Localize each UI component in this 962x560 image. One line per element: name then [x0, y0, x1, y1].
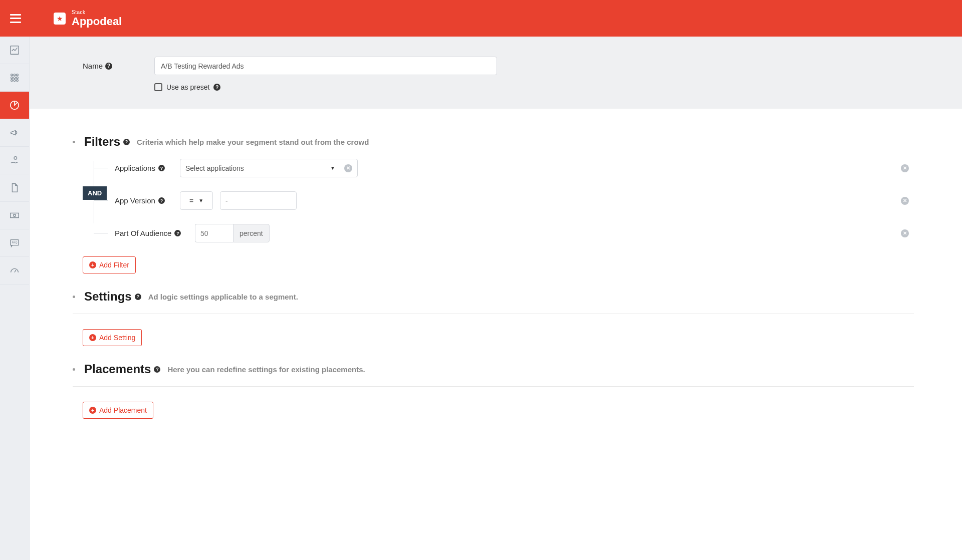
audience-unit-label: percent	[233, 224, 270, 242]
operator-select[interactable]: = ▼	[180, 191, 213, 210]
remove-filter-button[interactable]: ✕	[901, 197, 909, 205]
help-icon[interactable]: ?	[213, 84, 220, 91]
settings-desc: Ad logic settings applicable to a segmen…	[148, 293, 298, 301]
sidebar-item-faq[interactable]: FAQ	[0, 229, 29, 257]
sidebar-item-money[interactable]	[0, 202, 29, 229]
plus-icon: +	[89, 407, 96, 414]
settings-title: Settings ?	[84, 290, 141, 304]
help-icon[interactable]: ?	[158, 197, 165, 204]
filter-label: App Version ?	[115, 196, 180, 205]
chevron-down-icon: ▼	[198, 198, 203, 203]
plus-icon: +	[89, 261, 96, 268]
divider	[73, 386, 914, 387]
svg-line-16	[15, 270, 16, 272]
add-setting-button[interactable]: + Add Setting	[83, 329, 142, 346]
svg-point-9	[17, 80, 19, 82]
svg-point-3	[17, 74, 19, 76]
placements-section: Placements ? Here you can redefine setti…	[73, 362, 914, 419]
document-icon	[9, 182, 20, 193]
svg-rect-12	[11, 213, 19, 217]
sidebar-item-segments[interactable]	[0, 92, 29, 119]
sidebar-item-apps[interactable]	[0, 64, 29, 92]
svg-point-13	[14, 214, 16, 217]
use-as-preset-checkbox[interactable]	[154, 83, 162, 91]
name-section: Name ? Use as preset ?	[30, 37, 962, 109]
svg-point-6	[17, 77, 19, 79]
logo[interactable]: ★ Stack Appodeal	[54, 10, 122, 27]
svg-text:FAQ: FAQ	[12, 241, 18, 244]
placements-desc: Here you can redefine settings for exist…	[167, 365, 365, 374]
logo-brand: Appodeal	[72, 16, 122, 27]
tree-connector	[94, 200, 108, 201]
remove-filter-button[interactable]: ✕	[901, 229, 909, 237]
sidebar-item-docs[interactable]	[0, 174, 29, 202]
app-header: ★ Stack Appodeal	[0, 0, 962, 37]
use-as-preset-label: Use as preset	[166, 83, 209, 91]
settings-section: Settings ? Ad logic settings applicable …	[73, 290, 914, 346]
sidebar-item-performance[interactable]	[0, 257, 29, 285]
name-label: Name ?	[83, 62, 154, 70]
help-icon[interactable]: ?	[154, 366, 160, 373]
add-placement-button[interactable]: + Add Placement	[83, 402, 153, 419]
bullet-icon	[73, 296, 75, 298]
menu-toggle-icon[interactable]	[10, 14, 21, 23]
filter-row-audience: Part Of Audience ? percent ✕	[83, 224, 904, 242]
placements-title: Placements ?	[84, 362, 160, 376]
remove-filter-button[interactable]: ✕	[901, 164, 909, 172]
clear-icon[interactable]: ✕	[344, 164, 352, 172]
svg-point-2	[14, 74, 16, 76]
gauge-icon	[9, 265, 20, 276]
sidebar-item-revenue[interactable]	[0, 147, 29, 174]
help-icon[interactable]: ?	[174, 230, 181, 236]
svg-point-11	[14, 157, 17, 160]
sidebar-item-analytics[interactable]	[0, 37, 29, 64]
add-filter-button[interactable]: + Add Filter	[83, 256, 136, 273]
faq-icon: FAQ	[9, 237, 20, 248]
chart-icon	[9, 45, 20, 56]
bullet-icon	[73, 368, 75, 371]
svg-point-1	[11, 74, 13, 76]
tree-connector	[94, 168, 108, 168]
sidebar-nav: FAQ	[0, 37, 30, 434]
plus-icon: +	[89, 334, 96, 341]
pie-icon	[9, 100, 20, 111]
chevron-down-icon: ▼	[330, 165, 335, 171]
svg-point-8	[14, 80, 16, 82]
hand-coin-icon	[9, 155, 20, 166]
filter-label: Applications ?	[115, 164, 180, 172]
filter-row-applications: Applications ? Select applications ▼ ✕ ✕	[83, 159, 904, 177]
tree-connector	[94, 233, 108, 233]
filter-label: Part Of Audience ?	[115, 229, 195, 237]
megaphone-icon	[9, 127, 20, 138]
svg-point-7	[11, 80, 13, 82]
star-icon: ★	[54, 13, 66, 25]
bullet-icon	[73, 141, 75, 143]
grid-icon	[9, 72, 20, 83]
audience-percent-input[interactable]	[195, 224, 233, 242]
filters-section: Filters ? Criteria which help make your …	[73, 135, 914, 273]
cash-icon	[9, 210, 20, 221]
app-version-input[interactable]	[220, 191, 297, 210]
help-icon[interactable]: ?	[105, 63, 112, 70]
name-input[interactable]	[154, 57, 497, 75]
help-icon[interactable]: ?	[135, 294, 141, 300]
divider	[73, 314, 914, 314]
filters-desc: Criteria which help make your segment st…	[137, 138, 369, 146]
logo-small: Stack	[72, 10, 122, 15]
filters-title: Filters ?	[84, 135, 130, 149]
sidebar-item-campaigns[interactable]	[0, 119, 29, 147]
filter-row-app-version: App Version ? = ▼ ✕	[83, 191, 904, 210]
help-icon[interactable]: ?	[158, 165, 165, 171]
applications-select[interactable]: Select applications ▼ ✕	[180, 159, 358, 177]
svg-point-5	[14, 77, 16, 79]
svg-point-4	[11, 77, 13, 79]
help-icon[interactable]: ?	[123, 139, 130, 145]
